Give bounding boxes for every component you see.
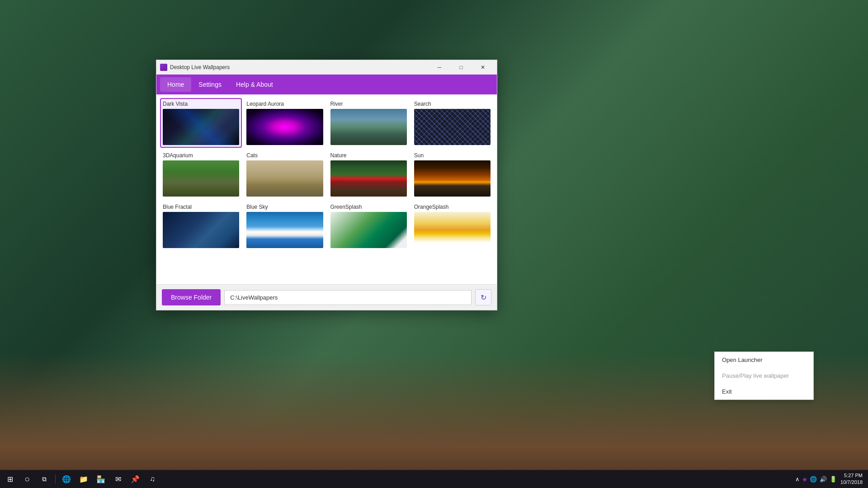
tray-battery[interactable]: 🔋 bbox=[830, 476, 837, 483]
wallpaper-thumb bbox=[330, 109, 407, 145]
title-controls: ─ □ ✕ bbox=[429, 60, 493, 75]
minimize-button[interactable]: ─ bbox=[429, 60, 450, 75]
wallpaper-thumb bbox=[163, 160, 239, 197]
wallpaper-label: Nature bbox=[330, 152, 407, 159]
nav-home[interactable]: Home bbox=[160, 77, 191, 92]
wallpaper-thumb bbox=[414, 212, 491, 248]
tray-wallpaper[interactable]: ◈ bbox=[802, 476, 807, 483]
close-button[interactable]: ✕ bbox=[472, 60, 493, 75]
wallpaper-thumb bbox=[414, 160, 491, 197]
tray-arrow[interactable]: ∧ bbox=[795, 476, 800, 483]
search-button[interactable]: ○ bbox=[19, 471, 35, 487]
edge-button[interactable]: 🌐 bbox=[58, 471, 75, 487]
wallpaper-item-cats[interactable]: Cats bbox=[244, 150, 326, 199]
title-bar: Desktop Live Wallpapers ─ □ ✕ bbox=[156, 60, 497, 75]
wallpaper-item-search[interactable]: Search bbox=[411, 98, 493, 148]
nav-settings[interactable]: Settings bbox=[191, 77, 229, 92]
wallpaper-item-blue-sky[interactable]: Blue Sky bbox=[244, 201, 326, 251]
wallpaper-thumb bbox=[246, 160, 323, 197]
context-exit[interactable]: Exit bbox=[715, 384, 813, 399]
store-button[interactable]: 🏪 bbox=[93, 471, 109, 487]
wallpaper-item-greensplash[interactable]: GreenSplash bbox=[328, 201, 410, 251]
wallpaper-label: Search bbox=[414, 101, 491, 107]
wallpaper-item-sun[interactable]: Sun bbox=[411, 150, 493, 199]
wallpaper-label: OrangeSplash bbox=[414, 204, 491, 210]
context-open-launcher[interactable]: Open Launcher bbox=[715, 352, 813, 368]
wallpaper-item-blue-fractal[interactable]: Blue Fractal bbox=[160, 201, 242, 251]
wallpaper-thumb bbox=[163, 109, 239, 145]
bottom-bar: Browse Folder ↻ bbox=[156, 284, 497, 310]
context-pause-play[interactable]: Pause/Play live wallpaper bbox=[715, 368, 813, 384]
wallpaper-item-3daquarium[interactable]: 3DAquarium bbox=[160, 150, 242, 199]
wallpaper-label: 3DAquarium bbox=[163, 152, 239, 159]
wallpaper-item-dark-vista[interactable]: Dark Vista bbox=[160, 98, 242, 148]
wallpaper-item-orangesplash[interactable]: OrangeSplash bbox=[411, 201, 493, 251]
mail-button[interactable]: ✉ bbox=[110, 471, 126, 487]
app-icon bbox=[160, 64, 167, 71]
pinned-button[interactable]: 📌 bbox=[127, 471, 143, 487]
system-tray: ∧ ◈ 🌐 🔊 🔋 5:27 PM 10/7/2018 bbox=[792, 472, 866, 486]
wallpaper-item-leopard-aurora[interactable]: Leopard Aurora bbox=[244, 98, 326, 148]
refresh-button[interactable]: ↻ bbox=[475, 289, 491, 305]
wallpaper-item-river[interactable]: River bbox=[328, 98, 410, 148]
wallpaper-content[interactable]: Dark VistaLeopard AuroraRiverSearch3DAqu… bbox=[156, 94, 497, 284]
wallpaper-label: Dark Vista bbox=[163, 101, 239, 107]
window-title: Desktop Live Wallpapers bbox=[170, 64, 429, 70]
wallpaper-thumb bbox=[414, 109, 491, 145]
wallpaper-label: Leopard Aurora bbox=[246, 101, 323, 107]
task-view-button[interactable]: ⧉ bbox=[36, 471, 52, 487]
wallpaper-thumb bbox=[246, 109, 323, 145]
context-menu: Open Launcher Pause/Play live wallpaper … bbox=[714, 352, 814, 400]
system-clock[interactable]: 5:27 PM 10/7/2018 bbox=[840, 472, 863, 486]
wallpaper-thumb bbox=[330, 160, 407, 197]
music-button[interactable]: ♫ bbox=[144, 471, 160, 487]
file-explorer-button[interactable]: 📁 bbox=[75, 471, 92, 487]
maximize-button[interactable]: □ bbox=[451, 60, 472, 75]
wallpaper-item-nature[interactable]: Nature bbox=[328, 150, 410, 199]
wallpaper-label: Cats bbox=[246, 152, 323, 159]
wallpaper-thumb bbox=[163, 212, 239, 248]
clock-time: 5:27 PM bbox=[840, 472, 863, 479]
wallpaper-thumb bbox=[246, 212, 323, 248]
path-input[interactable] bbox=[224, 290, 472, 305]
app-window: Desktop Live Wallpapers ─ □ ✕ Home Setti… bbox=[156, 60, 497, 310]
wallpaper-label: Sun bbox=[414, 152, 491, 159]
nav-help[interactable]: Help & About bbox=[229, 77, 280, 92]
wallpaper-grid: Dark VistaLeopard AuroraRiverSearch3DAqu… bbox=[160, 98, 493, 251]
start-button[interactable]: ⊞ bbox=[2, 471, 18, 487]
wallpaper-label: River bbox=[330, 101, 407, 107]
tray-network[interactable]: 🌐 bbox=[810, 476, 817, 483]
taskbar: ⊞ ○ ⧉ 🌐 📁 🏪 ✉ 📌 ♫ ∧ ◈ 🌐 🔊 🔋 5:27 PM 10/7… bbox=[0, 470, 868, 488]
clock-date: 10/7/2018 bbox=[840, 479, 863, 486]
wallpaper-label: GreenSplash bbox=[330, 204, 407, 210]
tray-volume[interactable]: 🔊 bbox=[820, 476, 827, 483]
wallpaper-label: Blue Sky bbox=[246, 204, 323, 210]
taskbar-sep1 bbox=[55, 474, 56, 483]
wallpaper-label: Blue Fractal bbox=[163, 204, 239, 210]
browse-folder-button[interactable]: Browse Folder bbox=[162, 289, 221, 305]
tray-icons: ∧ ◈ 🌐 🔊 🔋 bbox=[795, 476, 837, 483]
nav-bar: Home Settings Help & About bbox=[156, 75, 497, 94]
wallpaper-thumb bbox=[330, 212, 407, 248]
